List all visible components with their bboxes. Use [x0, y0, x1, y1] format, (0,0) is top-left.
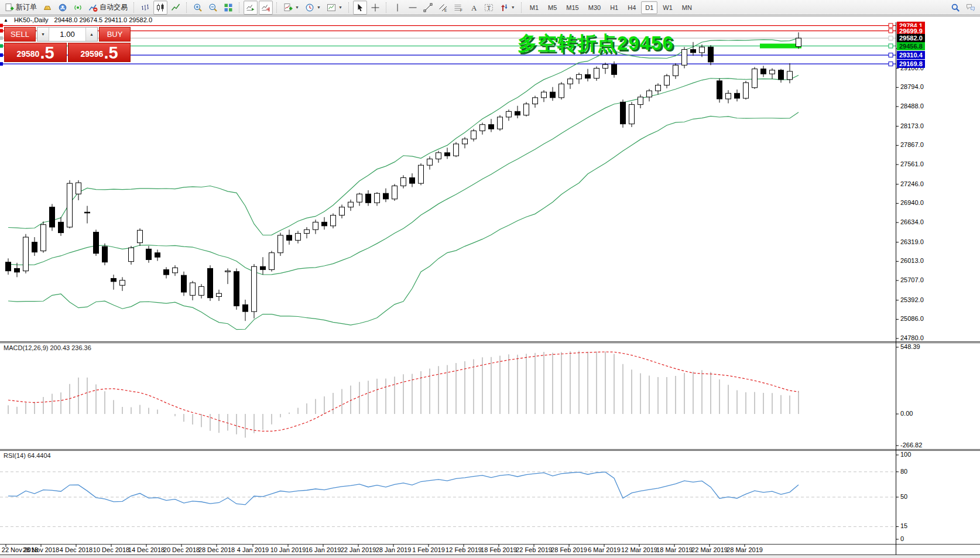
price-tick-label: 26940.0 — [900, 199, 924, 206]
toolbar-button-crosshair[interactable] — [368, 1, 382, 15]
toolbar-button-auto-scroll[interactable] — [244, 1, 258, 15]
new-order-icon — [5, 3, 14, 12]
chart-canvas[interactable] — [0, 0, 980, 558]
buy-price-button[interactable]: 29596 .5 — [68, 43, 131, 62]
date-axis-label: 28 Mar 2019 — [727, 546, 763, 553]
toolbar-button-text-label[interactable]: T — [482, 1, 496, 15]
toolbar-button-arrows[interactable]: ▼ — [497, 1, 518, 15]
volume-decrease-button[interactable]: ▼ — [37, 28, 49, 41]
toolbar-button-templates[interactable]: ▼ — [324, 1, 345, 15]
autotrading-icon — [88, 3, 98, 12]
toolbar-button-chart-shift[interactable] — [259, 1, 273, 15]
toolbar-button-signals[interactable] — [71, 1, 85, 15]
toolbar-button-tile-windows[interactable] — [221, 1, 235, 15]
community-icon — [58, 3, 67, 12]
sell-price-button[interactable]: 29580 .5 — [4, 43, 67, 62]
date-axis-label: 4 Jan 2019 — [237, 546, 269, 553]
crosshair-icon — [371, 3, 380, 12]
zoom-in-icon — [193, 3, 203, 12]
arrows-icon — [499, 3, 509, 12]
zoom-out-icon — [208, 3, 218, 12]
dropdown-caret-icon[interactable]: ▼ — [295, 5, 299, 9]
date-axis-label: 4 Dec 2018 — [60, 546, 92, 553]
toolbar-separator — [239, 2, 240, 13]
price-tick-label: 24780.0 — [900, 334, 924, 341]
vline-icon — [393, 3, 402, 12]
toolbar-button-text[interactable]: A — [467, 1, 481, 15]
price-tick-label: 28794.0 — [900, 83, 924, 90]
macd-indicator-label: MACD(12,26,9) 200.43 236.36 — [4, 344, 91, 351]
toolbar-button-bars-chart[interactable] — [138, 1, 152, 15]
date-axis-label: 22 Jan 2019 — [341, 546, 376, 553]
svg-text:F: F — [460, 8, 462, 12]
main-toolbar: 新订单自动交易▼▼▼EFAT▼M1M5M15M30H1H4D1W1MN — [0, 0, 980, 15]
toolbar-button-search[interactable] — [948, 1, 962, 15]
macd-axis-label: 548.39 — [900, 343, 920, 350]
toolbar-button-candles-chart[interactable] — [153, 1, 167, 15]
toolbar-button-community[interactable] — [56, 1, 70, 15]
chart-title: ▲ HK50-,Daily 29448.0 29674.5 29411.0 29… — [4, 16, 152, 23]
timeframe-button-h1[interactable]: H1 — [606, 1, 622, 14]
text-label-icon: T — [484, 3, 494, 12]
toolbar-button-cursor[interactable] — [353, 1, 367, 15]
rsi-axis-label: 100 — [900, 451, 911, 458]
sell-price-fraction: .5 — [40, 46, 54, 60]
toolbar-button-zoom-in[interactable] — [191, 1, 205, 15]
timeframe-button-m5[interactable]: M5 — [544, 1, 561, 14]
market-icon — [43, 3, 52, 12]
date-axis-label: 22 Mar 2019 — [691, 546, 728, 553]
price-tick-label: 26319.0 — [900, 238, 924, 245]
sell-button[interactable]: SELL — [4, 27, 36, 42]
text-icon: A — [469, 3, 478, 12]
rsi-axis-label: 15 — [900, 522, 907, 529]
timeframe-button-m15[interactable]: M15 — [562, 1, 582, 14]
buy-button[interactable]: BUY — [99, 27, 131, 42]
date-axis-label: 18 Feb 2019 — [481, 546, 517, 553]
rsi-axis-label: 80 — [900, 468, 907, 475]
toolbar-separator — [186, 2, 187, 13]
timeframe-button-mn[interactable]: MN — [678, 1, 696, 14]
toolbar-button-label: 新订单 — [16, 2, 37, 12]
timeframe-button-m1[interactable]: M1 — [526, 1, 543, 14]
timeframe-button-h4[interactable]: H4 — [623, 1, 640, 14]
trendline-icon — [423, 3, 433, 12]
toolbar-button-hline[interactable] — [406, 1, 420, 15]
toolbar-button-line-chart[interactable] — [169, 1, 183, 15]
price-tick-label: 25707.0 — [900, 276, 924, 283]
timeframe-button-w1[interactable]: W1 — [659, 1, 677, 14]
date-axis-label: 28 Feb 2019 — [551, 546, 587, 553]
volume-increase-button[interactable]: ▲ — [85, 28, 97, 41]
dropdown-caret-icon[interactable]: ▼ — [338, 5, 342, 9]
toolbar-button-label: 自动交易 — [100, 2, 128, 12]
toolbar-button-new-order[interactable]: 新订单 — [2, 1, 39, 15]
svg-text:E: E — [444, 8, 447, 12]
toolbar-button-autotrading[interactable]: 自动交易 — [86, 1, 130, 15]
toolbar-button-zoom-out[interactable] — [206, 1, 220, 15]
toolbar-button-vline[interactable] — [390, 1, 405, 15]
price-tick-label: 27561.0 — [900, 160, 924, 167]
dropdown-caret-icon[interactable]: ▼ — [511, 5, 515, 9]
toolbar-button-market[interactable] — [40, 1, 54, 15]
buy-price-main: 29596 — [80, 50, 103, 58]
toolbar-separator — [386, 2, 387, 13]
rsi-axis-label: 0 — [900, 535, 904, 542]
toolbar-button-chat[interactable] — [964, 1, 978, 15]
toolbar-button-periods[interactable]: ▼ — [303, 1, 323, 15]
dropdown-caret-icon[interactable]: ▼ — [317, 5, 321, 9]
toolbar-button-trendline[interactable] — [421, 1, 435, 15]
chart-collapse-icon[interactable]: ▲ — [4, 18, 8, 23]
sell-price-main: 29580 — [16, 50, 39, 58]
timeframe-button-d1[interactable]: D1 — [641, 1, 657, 14]
date-axis-label: 1 Feb 2019 — [412, 546, 445, 553]
volume-value[interactable]: 1.00 — [49, 28, 85, 41]
line-chart-icon — [171, 3, 180, 12]
auto-scroll-icon — [246, 3, 255, 12]
rsi-indicator-label: RSI(14) 64.4404 — [4, 452, 51, 459]
timeframe-button-m30[interactable]: M30 — [584, 1, 605, 14]
toolbar-button-fibonacci[interactable]: F — [451, 1, 465, 15]
date-axis-label: 14 Dec 2018 — [128, 546, 165, 553]
toolbar-button-indicators[interactable]: ▼ — [281, 1, 301, 15]
fibonacci-icon: F — [454, 3, 463, 12]
buy-price-fraction: .5 — [104, 46, 118, 60]
toolbar-button-channel[interactable]: E — [436, 1, 450, 15]
